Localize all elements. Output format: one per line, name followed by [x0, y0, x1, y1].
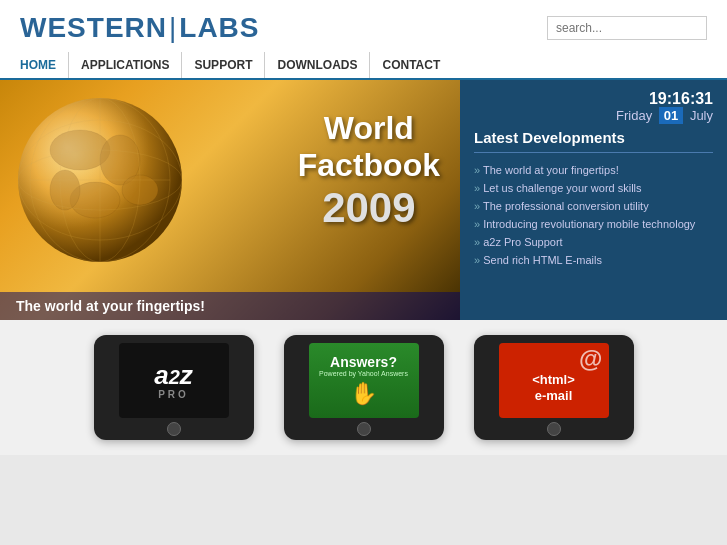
factbook-name: Factbook — [298, 147, 440, 184]
header: WESTERN|LABS HOME APPLICATIONS SUPPORT D… — [0, 0, 727, 80]
phone-html-button — [547, 422, 561, 436]
phone-answers[interactable]: Answers? Powered by Yahoo! Answers ✋ — [284, 335, 444, 440]
nav: HOME APPLICATIONS SUPPORT DOWNLOADS CONT… — [20, 52, 707, 78]
phones-section: a2z PRO Answers? Powered by Yahoo! Answe… — [0, 320, 727, 455]
phone-html-screen: @ <html> e-mail — [499, 343, 609, 418]
factbook-year: 2009 — [298, 184, 440, 232]
logo-western: WESTERN — [20, 12, 167, 43]
dev-item-3[interactable]: Introducing revolutionary mobile technol… — [474, 215, 713, 233]
phone-a2z-screen: a2z PRO — [119, 343, 229, 418]
info-panel: 19:16:31 Friday 01 July Latest Developme… — [460, 80, 727, 320]
globe-section: World Factbook 2009 The world at your fi… — [0, 80, 460, 320]
phone-a2z[interactable]: a2z PRO — [94, 335, 254, 440]
dev-list: The world at your fingertips! Let us cha… — [474, 161, 713, 269]
tagline-text: The world at your fingertips! — [16, 298, 205, 314]
phone-a2z-button — [167, 422, 181, 436]
phone-html-email[interactable]: @ <html> e-mail — [474, 335, 634, 440]
tagline-bar: The world at your fingertips! — [0, 292, 460, 320]
html-label: @ <html> e-mail — [532, 358, 575, 403]
clock-date-num: 01 — [659, 107, 683, 124]
dev-item-5[interactable]: Send rich HTML E-mails — [474, 251, 713, 269]
dev-item-4[interactable]: a2z Pro Support — [474, 233, 713, 251]
answers-powered: Powered by Yahoo! Answers — [319, 370, 408, 377]
nav-contact[interactable]: CONTACT — [370, 52, 452, 78]
dev-item-2[interactable]: The professional conversion utility — [474, 197, 713, 215]
clock-area: 19:16:31 Friday 01 July — [474, 90, 713, 123]
dev-item-0[interactable]: The world at your fingertips! — [474, 161, 713, 179]
nav-support[interactable]: SUPPORT — [182, 52, 265, 78]
dev-item-1[interactable]: Let us challenge your word skills — [474, 179, 713, 197]
nav-applications[interactable]: APPLICATIONS — [69, 52, 182, 78]
answers-title: Answers? — [319, 354, 408, 370]
logo-area: WESTERN|LABS — [20, 12, 707, 52]
banner: World Factbook 2009 The world at your fi… — [0, 80, 727, 320]
search-input[interactable] — [547, 16, 707, 40]
factbook-world: World — [298, 110, 440, 147]
svg-point-13 — [18, 98, 182, 262]
phone-answers-screen: Answers? Powered by Yahoo! Answers ✋ — [309, 343, 419, 418]
factbook-text: World Factbook 2009 — [298, 110, 440, 232]
globe-visual — [10, 90, 210, 310]
at-icon: @ — [579, 345, 602, 374]
clock-date: Friday 01 July — [474, 108, 713, 123]
logo-labs: LABS — [179, 12, 259, 43]
logo[interactable]: WESTERN|LABS — [20, 12, 260, 44]
nav-downloads[interactable]: DOWNLOADS — [265, 52, 370, 78]
answers-label: Answers? Powered by Yahoo! Answers ✋ — [319, 354, 408, 407]
a2z-label: a2z PRO — [154, 361, 193, 401]
logo-pipe: | — [169, 12, 177, 43]
nav-home[interactable]: HOME — [20, 52, 69, 78]
clock-day: Friday — [616, 108, 652, 123]
latest-dev-title: Latest Developments — [474, 129, 713, 153]
hand-icon: ✋ — [319, 381, 408, 407]
clock-month: July — [690, 108, 713, 123]
clock-time: 19:16:31 — [474, 90, 713, 108]
html-email: e-mail — [532, 388, 575, 404]
phone-answers-button — [357, 422, 371, 436]
html-tag: <html> — [532, 372, 575, 388]
globe-icon — [10, 90, 190, 270]
